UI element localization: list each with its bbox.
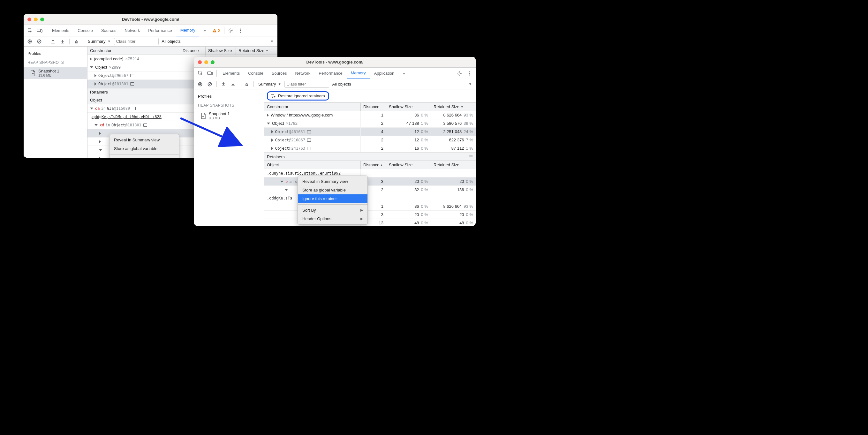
import-icon[interactable] bbox=[229, 80, 237, 88]
device-toggle-icon[interactable] bbox=[35, 26, 44, 35]
collapse-icon[interactable] bbox=[90, 107, 93, 110]
col-retained-size[interactable]: Retained Size bbox=[236, 46, 277, 55]
collapse-icon[interactable] bbox=[280, 181, 283, 183]
kebab-menu-icon[interactable] bbox=[465, 69, 474, 78]
cm-store-global[interactable]: Store as global variable bbox=[110, 144, 179, 153]
expand-icon[interactable] bbox=[99, 140, 101, 143]
table-row[interactable]: 2 320 % 1360 % bbox=[264, 186, 476, 194]
snapshot-item[interactable]: Snapshot 1 13.6 MB bbox=[24, 67, 87, 79]
col-shallow[interactable]: Shallow Size bbox=[386, 161, 431, 169]
gc-icon[interactable] bbox=[72, 37, 81, 45]
col-distance[interactable]: Distance bbox=[180, 46, 206, 55]
settings-icon[interactable] bbox=[455, 69, 464, 78]
collapse-icon[interactable] bbox=[285, 189, 288, 191]
tab-memory[interactable]: Memory bbox=[347, 68, 370, 79]
device-toggle-icon[interactable] bbox=[206, 69, 215, 78]
collapse-icon[interactable] bbox=[94, 124, 98, 126]
expand-icon[interactable] bbox=[94, 82, 96, 86]
table-row[interactable]: Object @461651 4 120 % 2 251 04824 % bbox=[264, 128, 476, 136]
cm-store-global[interactable]: Store as global variable bbox=[298, 186, 367, 194]
tab-network[interactable]: Network bbox=[291, 68, 314, 79]
titlebar[interactable]: DevTools - www.google.com/ bbox=[194, 57, 476, 68]
expand-icon[interactable] bbox=[271, 138, 273, 142]
table-row[interactable]: binsystem / Context @2 3 200 % 200 % bbox=[264, 178, 476, 186]
expand-icon[interactable] bbox=[94, 74, 96, 77]
clear-icon[interactable] bbox=[35, 37, 43, 45]
table-row[interactable]: ,quuyne,sisuric,uttonu,enurti992 bbox=[264, 169, 476, 178]
tab-network[interactable]: Network bbox=[121, 25, 144, 36]
record-icon[interactable] bbox=[196, 80, 204, 88]
inspect-icon[interactable] bbox=[26, 26, 34, 35]
table-row[interactable]: 13 480 % 480 % bbox=[264, 219, 476, 226]
col-distance[interactable]: Distance bbox=[361, 161, 386, 169]
tab-memory[interactable]: Memory bbox=[177, 25, 199, 36]
tab-console[interactable]: Console bbox=[74, 25, 97, 36]
col-constructor[interactable]: Constructor bbox=[264, 103, 361, 111]
expand-icon[interactable] bbox=[271, 147, 273, 150]
view-dropdown[interactable]: Summary ▼ bbox=[86, 38, 113, 44]
class-filter-input[interactable] bbox=[114, 38, 159, 45]
expand-icon[interactable] bbox=[271, 130, 273, 133]
objects-dropdown[interactable]: All objects ▼ bbox=[160, 38, 276, 44]
col-distance[interactable]: Distance bbox=[361, 103, 386, 111]
maximize-window-button[interactable] bbox=[40, 18, 44, 21]
table-row[interactable]: ,qddgKe,sTs bbox=[264, 194, 476, 203]
import-icon[interactable] bbox=[58, 37, 67, 45]
cm-sort-by[interactable]: Sort By▶ bbox=[110, 156, 179, 158]
expand-icon[interactable] bbox=[99, 132, 101, 135]
col-shallow-size[interactable]: Shallow Size bbox=[386, 103, 431, 111]
close-window-button[interactable] bbox=[198, 60, 202, 64]
snapshot-item[interactable]: Snapshot 1 9.3 MB bbox=[194, 110, 264, 122]
expand-icon[interactable] bbox=[90, 57, 92, 61]
cm-header-options[interactable]: Header Options▶ bbox=[298, 215, 367, 223]
tab-elements[interactable]: Elements bbox=[219, 68, 244, 79]
cm-ignore-retainer[interactable]: Ignore this retainer bbox=[298, 194, 367, 203]
cm-reveal[interactable]: Reveal in Summary view bbox=[298, 177, 367, 186]
objects-dropdown[interactable]: All objects ▼ bbox=[331, 81, 474, 87]
view-dropdown[interactable]: Summary ▼ bbox=[256, 81, 283, 87]
col-shallow-size[interactable]: Shallow Size bbox=[206, 46, 236, 55]
table-row[interactable]: Object @241763 2 160 % 87 1121 % bbox=[264, 144, 476, 153]
tab-more[interactable]: » bbox=[200, 25, 210, 36]
warnings-badge[interactable]: 2 bbox=[210, 28, 222, 33]
cm-reveal[interactable]: Reveal in Summary view bbox=[110, 136, 179, 144]
table-row[interactable]: 1 360 % 8 626 66493 % bbox=[264, 203, 476, 211]
export-icon[interactable] bbox=[219, 80, 228, 88]
expand-icon[interactable] bbox=[99, 157, 101, 158]
tab-application[interactable]: Application bbox=[370, 68, 398, 79]
clear-icon[interactable] bbox=[206, 80, 214, 88]
record-icon[interactable] bbox=[26, 37, 34, 45]
close-window-button[interactable] bbox=[27, 18, 31, 21]
tab-elements[interactable]: Elements bbox=[48, 25, 73, 36]
col-object[interactable]: Object bbox=[264, 161, 361, 169]
hamburger-icon[interactable]: ☰ bbox=[469, 154, 473, 159]
minimize-window-button[interactable] bbox=[34, 18, 38, 21]
cm-sort-by[interactable]: Sort By▶ bbox=[298, 206, 367, 215]
col-retained-size[interactable]: Retained Size bbox=[431, 103, 476, 111]
tab-sources[interactable]: Sources bbox=[97, 25, 120, 36]
table-row[interactable]: Object×1782 2 47 1881 % 3 580 57639 % bbox=[264, 119, 476, 128]
tab-performance[interactable]: Performance bbox=[315, 68, 346, 79]
kebab-menu-icon[interactable] bbox=[236, 26, 245, 35]
settings-icon[interactable] bbox=[226, 26, 235, 35]
restore-ignored-retainers-button[interactable]: Restore ignored retainers bbox=[267, 91, 329, 100]
table-row[interactable]: Object @216867 2 120 % 622 3767 % bbox=[264, 136, 476, 144]
table-row[interactable]: 3 200 % 200 % bbox=[264, 211, 476, 219]
source-link[interactable]: ,qddgKe,sTs bbox=[267, 196, 292, 200]
source-link[interactable]: ,qddgKe,sTsDMc,dtl0hd,eHDfl:828 bbox=[90, 115, 161, 119]
collapse-icon[interactable] bbox=[267, 123, 270, 124]
class-filter-input[interactable] bbox=[284, 81, 329, 88]
export-icon[interactable] bbox=[49, 37, 57, 45]
col-constructor[interactable]: Constructor bbox=[88, 46, 180, 55]
collapse-icon[interactable] bbox=[99, 149, 102, 151]
tab-performance[interactable]: Performance bbox=[144, 25, 176, 36]
tab-more[interactable]: » bbox=[399, 68, 409, 79]
gc-icon[interactable] bbox=[243, 80, 251, 88]
col-retained[interactable]: Retained Size bbox=[431, 161, 476, 169]
table-row[interactable]: Window / https://www.google.com 1 360 % … bbox=[264, 111, 476, 119]
minimize-window-button[interactable] bbox=[204, 60, 208, 64]
maximize-window-button[interactable] bbox=[211, 60, 215, 64]
inspect-icon[interactable] bbox=[196, 69, 205, 78]
tab-console[interactable]: Console bbox=[244, 68, 267, 79]
source-link[interactable]: ,quuyne,sisuric,uttonu,enurti992 bbox=[267, 171, 341, 176]
